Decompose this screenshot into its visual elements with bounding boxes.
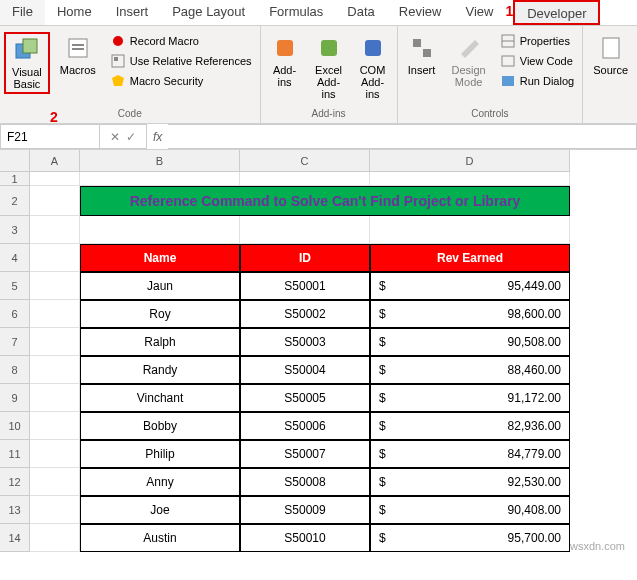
tab-insert[interactable]: Insert <box>104 0 161 25</box>
table-cell-id[interactable]: S50009 <box>240 496 370 524</box>
table-cell-id[interactable]: S50001 <box>240 272 370 300</box>
row-header-7[interactable]: 7 <box>0 328 30 356</box>
view-code-button[interactable]: View Code <box>496 52 578 70</box>
table-cell-rev[interactable]: $90,408.00 <box>370 496 570 524</box>
com-addins-button[interactable]: COM Add-ins <box>353 32 393 102</box>
excel-addins-button[interactable]: Excel Add-ins <box>309 32 349 102</box>
table-cell-id[interactable]: S50008 <box>240 468 370 496</box>
table-cell-name[interactable]: Randy <box>80 356 240 384</box>
table-cell-rev[interactable]: $88,460.00 <box>370 356 570 384</box>
col-header-b[interactable]: B <box>80 150 240 172</box>
visual-basic-icon <box>13 36 41 64</box>
row-header-2[interactable]: 2 <box>0 186 30 216</box>
table-cell-name[interactable]: Anny <box>80 468 240 496</box>
addins-button[interactable]: Add- ins <box>265 32 305 90</box>
table-cell-name[interactable]: Ralph <box>80 328 240 356</box>
relative-refs-icon <box>110 53 126 69</box>
row-header-3[interactable]: 3 <box>0 216 30 244</box>
table-header-rev[interactable]: Rev Earned <box>370 244 570 272</box>
table-cell-name[interactable]: Philip <box>80 440 240 468</box>
table-cell-id[interactable]: S50010 <box>240 524 370 552</box>
table-cell-id[interactable]: S50007 <box>240 440 370 468</box>
tab-review[interactable]: Review <box>387 0 454 25</box>
table-cell-id[interactable]: S50003 <box>240 328 370 356</box>
table-cell-rev[interactable]: $95,700.00 <box>370 524 570 552</box>
insert-control-icon <box>408 34 436 62</box>
design-mode-button[interactable]: Design Mode <box>446 32 492 90</box>
svg-point-5 <box>113 36 123 46</box>
row-header-1[interactable]: 1 <box>0 172 30 186</box>
cells-area[interactable]: Reference Command to Solve Can't Find Pr… <box>30 172 570 552</box>
row-header-8[interactable]: 8 <box>0 356 30 384</box>
macro-security-label: Macro Security <box>130 75 203 87</box>
title-cell[interactable]: Reference Command to Solve Can't Find Pr… <box>80 186 570 216</box>
addins-label: Add- ins <box>273 64 296 88</box>
table-cell-name[interactable]: Bobby <box>80 412 240 440</box>
row-header-10[interactable]: 10 <box>0 412 30 440</box>
table-cell-name[interactable]: Joe <box>80 496 240 524</box>
group-label-code: Code <box>4 108 256 121</box>
col-header-a[interactable]: A <box>30 150 80 172</box>
name-box[interactable]: F21 <box>0 124 100 149</box>
annotation-1: 1 <box>505 3 513 25</box>
select-all-corner[interactable] <box>0 150 30 172</box>
svg-rect-15 <box>502 56 514 66</box>
table-cell-rev[interactable]: $91,172.00 <box>370 384 570 412</box>
macro-security-button[interactable]: Macro Security <box>106 72 256 90</box>
row-header-6[interactable]: 6 <box>0 300 30 328</box>
tab-data[interactable]: Data <box>335 0 386 25</box>
relative-refs-label: Use Relative References <box>130 55 252 67</box>
table-cell-rev[interactable]: $90,508.00 <box>370 328 570 356</box>
table-cell-name[interactable]: Roy <box>80 300 240 328</box>
row-header-14[interactable]: 14 <box>0 524 30 552</box>
run-dialog-button[interactable]: Run Dialog <box>496 72 578 90</box>
table-cell-rev[interactable]: $98,600.00 <box>370 300 570 328</box>
table-cell-id[interactable]: S50004 <box>240 356 370 384</box>
record-macro-label: Record Macro <box>130 35 199 47</box>
row-header-5[interactable]: 5 <box>0 272 30 300</box>
macros-button[interactable]: Macros <box>54 32 102 78</box>
table-cell-name[interactable]: Austin <box>80 524 240 552</box>
table-cell-id[interactable]: S50006 <box>240 412 370 440</box>
source-label: Source <box>593 64 628 76</box>
table-header-name[interactable]: Name <box>80 244 240 272</box>
visual-basic-button[interactable]: Visual Basic <box>4 32 50 94</box>
table-cell-id[interactable]: S50005 <box>240 384 370 412</box>
properties-button[interactable]: Properties <box>496 32 578 50</box>
tab-page-layout[interactable]: Page Layout <box>160 0 257 25</box>
record-macro-button[interactable]: Record Macro <box>106 32 256 50</box>
row-header-9[interactable]: 9 <box>0 384 30 412</box>
relative-refs-button[interactable]: Use Relative References <box>106 52 256 70</box>
row-header-13[interactable]: 13 <box>0 496 30 524</box>
source-button[interactable]: Source <box>587 32 634 78</box>
row-header-12[interactable]: 12 <box>0 468 30 496</box>
table-cell-name[interactable]: Vinchant <box>80 384 240 412</box>
table-cell-id[interactable]: S50002 <box>240 300 370 328</box>
macros-icon <box>64 34 92 62</box>
tab-home[interactable]: Home <box>45 0 104 25</box>
table-header-id[interactable]: ID <box>240 244 370 272</box>
table-cell-name[interactable]: Jaun <box>80 272 240 300</box>
tab-formulas[interactable]: Formulas <box>257 0 335 25</box>
tab-developer[interactable]: Developer <box>513 0 600 25</box>
confirm-icon[interactable]: ✓ <box>126 130 136 144</box>
table-cell-rev[interactable]: $84,779.00 <box>370 440 570 468</box>
col-header-d[interactable]: D <box>370 150 570 172</box>
tab-file[interactable]: File <box>0 0 45 25</box>
table-cell-rev[interactable]: $92,530.00 <box>370 468 570 496</box>
insert-control-button[interactable]: Insert <box>402 32 442 78</box>
row-header-11[interactable]: 11 <box>0 440 30 468</box>
com-addins-icon <box>359 34 387 62</box>
table-cell-rev[interactable]: $95,449.00 <box>370 272 570 300</box>
col-header-c[interactable]: C <box>240 150 370 172</box>
tab-view[interactable]: View <box>453 0 505 25</box>
table-cell-rev[interactable]: $82,936.00 <box>370 412 570 440</box>
group-label-addins: Add-ins <box>265 108 393 121</box>
cancel-icon[interactable]: ✕ <box>110 130 120 144</box>
svg-rect-4 <box>72 48 84 50</box>
svg-rect-16 <box>502 76 514 86</box>
formula-bar[interactable] <box>168 124 637 149</box>
row-header-4[interactable]: 4 <box>0 244 30 272</box>
ribbon-content: Visual Basic Macros Record Macro Use Rel… <box>0 26 637 124</box>
fx-icon[interactable]: fx <box>147 124 168 149</box>
